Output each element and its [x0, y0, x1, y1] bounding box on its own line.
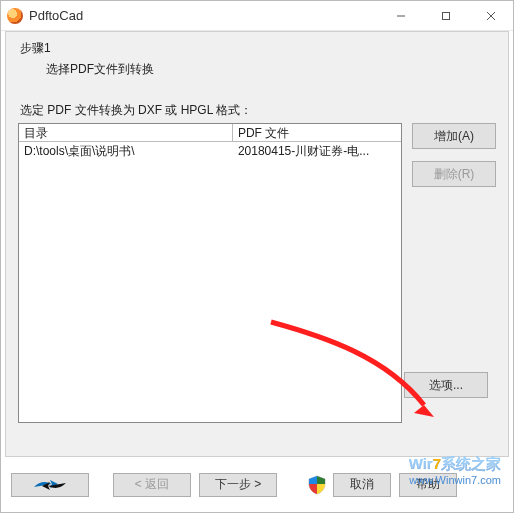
- back-button[interactable]: < 返回: [113, 473, 191, 497]
- wizard-panel: 步骤1 选择PDF文件到转换 选定 PDF 文件转换为 DXF 或 HPGL 格…: [5, 31, 509, 457]
- column-header-dir[interactable]: 目录: [19, 124, 233, 141]
- select-label: 选定 PDF 文件转换为 DXF 或 HPGL 格式：: [20, 102, 496, 119]
- file-list-table[interactable]: 目录 PDF 文件 D:\tools\桌面\说明书\ 20180415-川财证券…: [18, 123, 402, 423]
- cancel-button[interactable]: 取消: [333, 473, 391, 497]
- step-title: 步骤1: [20, 40, 496, 57]
- refresh-arrows-icon: [30, 477, 70, 493]
- app-icon: [7, 8, 23, 24]
- cell-dir: D:\tools\桌面\说明书\: [19, 142, 233, 160]
- close-button[interactable]: [468, 1, 513, 30]
- next-button[interactable]: 下一步 >: [199, 473, 277, 497]
- add-button[interactable]: 增加(A): [412, 123, 496, 149]
- help-button[interactable]: 帮助: [399, 473, 457, 497]
- table-header: 目录 PDF 文件: [19, 124, 401, 142]
- table-row[interactable]: D:\tools\桌面\说明书\ 20180415-川财证券-电...: [19, 142, 401, 160]
- delete-button[interactable]: 删除(R): [412, 161, 496, 187]
- cell-file: 20180415-川财证券-电...: [233, 142, 401, 160]
- window-controls: [378, 1, 513, 30]
- uac-shield-icon: [307, 475, 327, 495]
- window-title: PdftoCad: [29, 8, 378, 23]
- titlebar: PdftoCad: [1, 1, 513, 31]
- svg-rect-1: [442, 12, 449, 19]
- minimize-button[interactable]: [378, 1, 423, 30]
- bottom-bar: < 返回 下一步 > 取消 帮助: [1, 457, 513, 512]
- options-button[interactable]: 选项...: [404, 372, 488, 398]
- step-instruction: 选择PDF文件到转换: [46, 61, 496, 78]
- maximize-button[interactable]: [423, 1, 468, 30]
- column-header-file[interactable]: PDF 文件: [233, 124, 401, 141]
- vendor-logo-button[interactable]: [11, 473, 89, 497]
